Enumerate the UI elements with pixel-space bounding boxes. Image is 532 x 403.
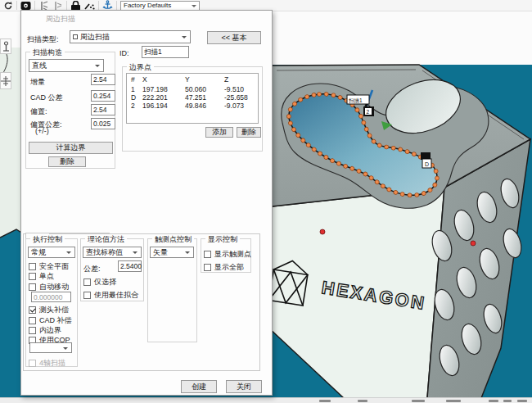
probe-preset-dropdown[interactable]: Factory Defaults <box>120 1 200 11</box>
nominal-group-label: 理论值方法 <box>85 234 127 245</box>
table-row[interactable]: 1 <box>131 85 135 93</box>
boundary-group-label: 边界点 <box>127 62 154 73</box>
construction-method-dropdown[interactable]: 直线 <box>29 59 104 72</box>
best-fit-label: 使用最佳拟合 <box>94 290 138 301</box>
statusbar-segment <box>517 400 527 402</box>
point-2-marker[interactable]: 2 <box>363 106 374 116</box>
grid-move-icon[interactable] <box>0 72 11 89</box>
auto-move-input[interactable]: 0.000000 <box>31 292 71 302</box>
display-group-label: 显示控制 <box>205 234 240 245</box>
cop-dropdown[interactable] <box>29 342 72 353</box>
tolerance-input[interactable]: 2.5400 <box>118 260 142 272</box>
four-axis-label: 4轴扫描 <box>39 358 65 369</box>
cell[interactable]: 49.846 <box>185 102 206 110</box>
cell[interactable]: -9.510 <box>224 85 244 93</box>
status-bar <box>0 397 532 403</box>
boundary-add-button[interactable]: 添加 <box>205 127 233 138</box>
id-input[interactable]: 扫描1 <box>142 46 189 58</box>
execution-mode-value: 常规 <box>31 247 46 258</box>
select-only-checkbox[interactable]: 仅选择 <box>83 277 116 288</box>
col-x: X <box>142 75 147 84</box>
point-d-marker[interactable]: D <box>421 152 431 168</box>
alignment-point-front[interactable] <box>320 229 325 234</box>
nominal-method-dropdown[interactable]: 查找标称值 <box>83 247 142 258</box>
svg-text:2: 2 <box>367 109 370 115</box>
construction-delete-button[interactable]: 删除 <box>48 156 86 167</box>
tolerance-label: 公差: <box>83 264 101 274</box>
hitpoint-group-label: 触测点控制 <box>152 234 194 245</box>
hit-points-icon[interactable] <box>84 1 95 11</box>
alignment-point-right[interactable] <box>471 241 476 246</box>
anchor-icon[interactable] <box>102 1 113 11</box>
probe-disable-icon[interactable] <box>52 1 63 11</box>
four-axis-checkbox: 4轴扫描 <box>29 358 65 369</box>
toolbar-separator <box>34 1 35 10</box>
execution-group-label: 执行控制 <box>30 234 65 245</box>
probe-comp-label: 测头补偿 <box>39 305 69 315</box>
dialog-title: 周边扫描 <box>46 14 75 25</box>
cell[interactable]: 222.201 <box>142 93 168 102</box>
id-label: ID: <box>119 49 129 57</box>
cad-tolerance-input[interactable]: 0.254 <box>91 90 115 102</box>
preset-value: Factory Defaults <box>124 2 171 9</box>
cell[interactable]: 47.251 <box>185 93 206 102</box>
toolbar-separator <box>16 1 17 10</box>
cell[interactable]: 50.060 <box>185 85 206 93</box>
scan-type-label: 扫描类型: <box>27 34 59 45</box>
basic-toggle-button[interactable]: << 基本 <box>207 31 261 44</box>
toolbar-separator <box>116 1 117 10</box>
probe-angle-icon[interactable] <box>0 38 11 54</box>
table-row[interactable]: 2 <box>131 102 135 110</box>
peripheral-scan-dialog: 周边扫描 扫描类型: 周边扫描 << 基本 扫描构造 直线 增量 2.54 CA… <box>20 10 273 396</box>
offset-label: 偏置: <box>30 106 47 117</box>
scan-type-icon <box>73 34 78 39</box>
construction-method-value: 直线 <box>32 61 47 71</box>
statusbar-segment <box>358 400 367 402</box>
cell[interactable]: -9.073 <box>224 102 244 110</box>
lock-icon[interactable] <box>70 1 81 11</box>
scan-type-value: 周边扫描 <box>80 32 110 43</box>
cell[interactable]: -25.658 <box>224 93 248 102</box>
create-button[interactable]: 创建 <box>181 380 217 393</box>
hitpoint-mode-value: 矢量 <box>153 247 168 258</box>
boundary-table[interactable]: # X Y Z 1 197.198 50.060 -9.510 D 222.20… <box>126 73 259 124</box>
toolbar-separator <box>66 1 67 10</box>
calc-boundary-button[interactable]: 计算边界 <box>29 142 113 154</box>
cell[interactable]: 196.194 <box>142 102 168 110</box>
scan-tag[interactable]: 扫描1 <box>347 95 369 104</box>
rotate-view-icon[interactable] <box>2 1 13 11</box>
select-only-label: 仅选择 <box>94 277 116 288</box>
svg-text:D: D <box>425 161 429 167</box>
statusbar-segment <box>446 400 461 402</box>
increment-input[interactable]: 2.54 <box>91 74 115 85</box>
statusbar-segment <box>412 400 425 402</box>
show-all-checkbox[interactable]: 显示全部 <box>204 262 244 273</box>
offset-tolerance-input[interactable]: 0.025 <box>91 118 115 129</box>
toolbar-separator <box>98 1 99 10</box>
probe-enable-icon[interactable] <box>38 1 49 11</box>
execution-mode-dropdown[interactable]: 常规 <box>28 247 75 258</box>
hitpoint-mode-dropdown[interactable]: 矢量 <box>150 247 194 258</box>
offset-tolerance-suffix: (+/-) <box>35 127 49 135</box>
statusbar-segment <box>489 400 498 402</box>
table-row[interactable]: D <box>131 93 136 102</box>
col-y: Y <box>185 75 190 84</box>
camera-view-icon[interactable] <box>20 1 31 11</box>
show-hits-checkbox[interactable]: 显示触测点 <box>204 249 251 260</box>
single-point-label: 单点 <box>39 271 54 282</box>
col-hash: # <box>131 75 135 84</box>
close-button[interactable]: 关闭 <box>226 380 262 393</box>
offset-input[interactable]: 2.54 <box>91 104 115 115</box>
probe-comp-checkbox[interactable]: 测头补偿 <box>29 305 69 315</box>
best-fit-checkbox[interactable]: 使用最佳拟合 <box>83 290 138 301</box>
cad-tolerance-label: CAD 公差 <box>30 93 63 103</box>
show-all-label: 显示全部 <box>214 262 244 273</box>
statusbar-segment <box>503 400 512 402</box>
single-point-checkbox[interactable]: 单点 <box>29 271 54 282</box>
statusbar-segment <box>319 400 331 402</box>
scan-type-dropdown[interactable]: 周边扫描 <box>70 30 191 43</box>
increment-label: 增量 <box>30 77 45 88</box>
boundary-delete-button[interactable]: 删除 <box>237 127 261 138</box>
cell[interactable]: 197.198 <box>142 85 168 93</box>
construction-group-label: 扫描构造 <box>30 48 65 58</box>
